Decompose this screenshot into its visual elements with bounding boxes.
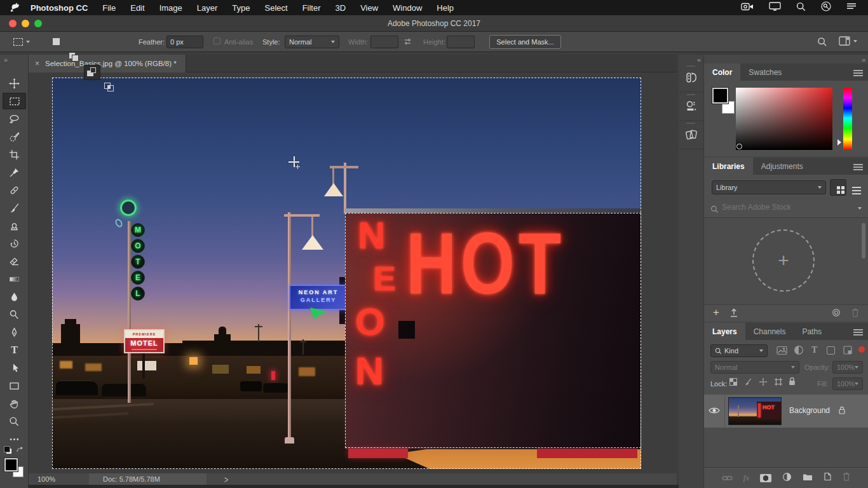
swap-dimensions-icon[interactable] [403,37,412,46]
delete-layer-icon[interactable] [843,472,850,484]
menu-edit[interactable]: Edit [130,3,144,13]
list-view-button[interactable] [848,179,865,196]
apple-menu-icon[interactable] [9,3,22,13]
document-tab[interactable]: × Selection_Basics.jpg @ 100% (RGB/8) * [29,55,186,72]
foreground-swatch[interactable] [712,88,728,104]
search-icon[interactable] [817,37,827,50]
menu-photoshop[interactable]: Photoshop CC [31,3,88,13]
chevron-down-icon[interactable] [858,207,862,210]
panel-menu-icon[interactable] [853,164,863,165]
lock-artboard-icon[interactable] [774,377,783,389]
layer-visibility-eye-icon[interactable] [707,405,722,416]
sync-icon[interactable] [831,308,841,320]
collapse-dock-chevron[interactable]: » [862,56,864,64]
close-button[interactable] [9,20,17,27]
menu-image[interactable]: Image [159,3,182,13]
screen-record-icon[interactable] [741,2,754,13]
blend-mode-select[interactable]: Normal [710,361,799,374]
anti-alias-checkbox[interactable] [214,37,220,44]
add-item-button[interactable]: + [713,306,719,319]
quick-selection-tool[interactable] [5,128,24,145]
tab-color[interactable]: Color [704,64,740,81]
tab-adjustments[interactable]: Adjustments [753,158,811,175]
lasso-tool[interactable] [5,111,24,127]
tab-channels[interactable]: Channels [745,323,794,340]
lock-all-icon[interactable] [789,377,796,388]
device-preview-panel-button[interactable] [679,92,703,121]
workspace-switcher[interactable] [839,36,857,46]
minimize-button[interactable] [22,20,29,27]
history-brush-tool[interactable] [5,235,24,252]
add-to-selection-button[interactable] [66,50,83,65]
crop-tool[interactable] [5,146,24,163]
display-icon[interactable] [769,2,781,13]
menu-view[interactable]: View [360,3,378,13]
layer-filter-toggle[interactable] [858,346,865,353]
filter-smart-objects-icon[interactable] [843,345,853,358]
expand-dock-chevron[interactable]: « [697,56,700,64]
rectangle-shape-tool[interactable] [5,377,24,394]
zoom-level-field[interactable]: 100% [29,475,89,483]
dodge-tool[interactable] [5,306,24,323]
clone-stamp-tool[interactable] [5,217,24,234]
clone-source-panel-button[interactable] [679,121,703,149]
menu-filter[interactable]: Filter [302,3,321,13]
width-input[interactable] [370,36,398,48]
spot-healing-brush-tool[interactable] [5,182,24,198]
lock-transparency-icon[interactable] [729,378,737,386]
move-tool[interactable] [5,75,24,92]
circled-search-icon[interactable] [821,1,831,14]
panel-menu-icon[interactable] [853,70,863,71]
filter-adjustment-layers-icon[interactable] [794,345,804,358]
eyedropper-tool[interactable] [5,164,24,180]
notification-list-icon[interactable] [846,2,857,13]
collapse-tools-chevron[interactable]: » [4,56,6,64]
type-tool[interactable]: T [5,342,24,358]
tab-layers[interactable]: Layers [704,323,745,340]
link-layers-icon[interactable] [722,472,733,484]
lock-paint-icon[interactable] [743,377,752,389]
new-selection-button[interactable] [48,34,65,50]
add-content-dropzone[interactable]: + [752,229,815,292]
eraser-tool[interactable] [5,253,24,269]
opacity-select[interactable]: 100% [832,361,863,374]
menu-3d[interactable]: 3D [336,3,346,13]
zoom-button[interactable] [34,20,42,27]
saturation-brightness-field[interactable] [736,88,832,150]
hand-tool[interactable] [5,395,24,412]
lock-position-icon[interactable] [759,377,768,389]
menu-window[interactable]: Window [393,3,422,13]
fill-select[interactable]: 100% [832,377,863,390]
feather-input[interactable] [166,36,203,48]
add-layer-mask-icon[interactable] [760,474,771,482]
trash-icon[interactable] [851,308,859,320]
history-panel-button[interactable] [679,64,703,92]
filter-shape-layers-icon[interactable] [827,346,835,355]
menu-layer[interactable]: Layer [197,3,218,13]
scrollbar-thumb[interactable] [862,223,865,259]
tab-libraries[interactable]: Libraries [704,158,753,175]
layer-row-background[interactable]: HOT Background [704,395,868,428]
panel-menu-icon[interactable] [853,329,863,330]
filter-type-layers-icon[interactable]: T [811,345,817,355]
tab-paths[interactable]: Paths [794,323,830,340]
select-and-mask-button[interactable]: Select and Mask... [489,35,561,49]
library-select[interactable]: Library [712,180,826,194]
height-input[interactable] [447,36,475,48]
status-expander-icon[interactable]: > [224,474,228,485]
layer-name[interactable]: Background [789,406,830,415]
search-icon[interactable] [796,2,806,14]
layer-style-fx-icon[interactable]: fx [743,473,749,483]
hue-marker[interactable] [837,139,841,146]
grid-view-button[interactable] [830,179,846,196]
foreground-color-swatch[interactable] [4,458,18,471]
style-select[interactable]: Normal [285,36,339,48]
menu-help[interactable]: Help [437,3,454,13]
menu-file[interactable]: File [102,3,116,13]
tab-swatches[interactable]: Swatches [740,64,790,81]
canvas[interactable]: M O T E L PREMIERE MOTEL [52,78,641,469]
brush-tool[interactable] [5,200,24,216]
subtract-from-selection-button[interactable] [84,65,100,80]
upload-icon[interactable] [729,308,738,320]
close-tab-icon[interactable]: × [35,59,39,68]
